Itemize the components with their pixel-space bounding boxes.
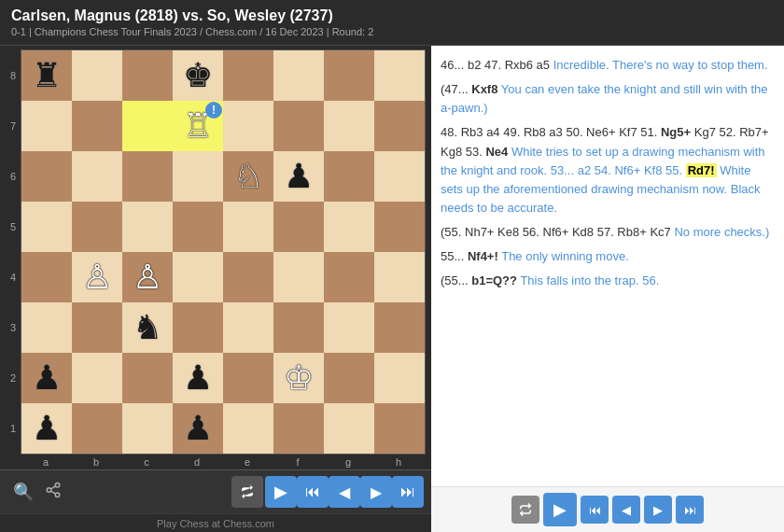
file-g: g [323, 455, 373, 469]
square-f2[interactable]: ♔ [273, 353, 324, 403]
move-line-55nf4: 55... Nf4+! The only winning move. [441, 247, 775, 266]
square-a2[interactable]: ♟ [21, 353, 72, 403]
square-b3[interactable] [72, 302, 122, 353]
square-d5[interactable] [173, 202, 223, 252]
square-e6[interactable]: ♘ [223, 151, 273, 202]
square-b5[interactable] [72, 202, 122, 252]
svg-line-3 [50, 491, 55, 494]
moves-scroll[interactable]: 46... b2 47. Rxb6 a5 Incredible. There's… [431, 46, 784, 486]
square-d6[interactable] [173, 151, 223, 202]
file-labels: a b c d e f g h [21, 455, 426, 469]
square-h5[interactable] [374, 202, 425, 252]
prev-button[interactable]: ◀ [329, 476, 360, 508]
square-b2[interactable] [72, 353, 122, 403]
rank-7: 7 [6, 101, 21, 151]
square-e8[interactable] [223, 50, 273, 101]
square-a6[interactable] [21, 151, 72, 202]
square-b7[interactable] [72, 101, 122, 151]
nav-first[interactable]: ⏮ [581, 496, 609, 524]
square-f8[interactable] [273, 50, 324, 101]
repeat-button[interactable] [231, 476, 263, 508]
square-c2[interactable] [122, 353, 173, 403]
square-c1[interactable] [122, 403, 173, 454]
svg-point-1 [47, 487, 51, 492]
svg-line-4 [50, 485, 55, 488]
square-g1[interactable] [324, 403, 374, 454]
square-h3[interactable] [374, 302, 425, 353]
rank-3: 3 [6, 302, 21, 353]
square-f1[interactable] [273, 403, 324, 454]
first-button[interactable]: ⏮ [297, 476, 329, 508]
square-f7[interactable] [273, 101, 324, 151]
nav-next[interactable]: ▶ [644, 496, 672, 524]
nav-repeat[interactable] [511, 496, 539, 524]
square-a8[interactable]: ♜ [21, 50, 72, 101]
square-h2[interactable] [374, 353, 425, 403]
square-g8[interactable] [324, 50, 374, 101]
square-e4[interactable] [223, 252, 273, 302]
piece-white-knight-e6: ♘ [233, 160, 263, 193]
square-c7[interactable] [122, 101, 173, 151]
square-d1[interactable]: ♟ [173, 403, 223, 454]
square-g5[interactable] [324, 202, 374, 252]
square-d7[interactable]: ♖ ! [173, 101, 223, 151]
share-button[interactable] [39, 480, 67, 505]
square-b8[interactable] [72, 50, 122, 101]
square-h7[interactable] [374, 101, 425, 151]
square-b4[interactable]: ♙ [72, 252, 122, 302]
square-f6[interactable]: ♟ [273, 151, 324, 202]
square-c8[interactable] [122, 50, 173, 101]
square-h8[interactable] [374, 50, 425, 101]
square-d4[interactable] [173, 252, 223, 302]
square-d8[interactable]: ♚ [173, 50, 223, 101]
square-f4[interactable] [273, 252, 324, 302]
square-h6[interactable] [374, 151, 425, 202]
file-c: c [121, 455, 172, 469]
square-g3[interactable] [324, 302, 374, 353]
square-g6[interactable] [324, 151, 374, 202]
square-a4[interactable] [21, 252, 72, 302]
next-button[interactable]: ▶ [360, 476, 392, 508]
square-g7[interactable] [324, 101, 374, 151]
nav-prev[interactable]: ◀ [612, 496, 640, 524]
nav-last[interactable]: ⏭ [676, 496, 704, 524]
square-e3[interactable] [223, 302, 273, 353]
square-e7[interactable] [223, 101, 273, 151]
square-d3[interactable] [173, 302, 223, 353]
square-a1[interactable]: ♟ [21, 403, 72, 454]
zoom-button[interactable]: 🔍 [7, 480, 39, 504]
nav-play[interactable]: ▶ [543, 493, 577, 526]
board-footer: Play Chess at Chess.com [0, 513, 431, 532]
play-button[interactable]: ▶ [265, 476, 297, 508]
square-e1[interactable] [223, 403, 273, 454]
square-d2[interactable]: ♟ [173, 353, 223, 403]
square-e2[interactable] [223, 353, 273, 403]
variation-47: (47... Kxf8 You can even take the knight… [441, 80, 775, 118]
square-b6[interactable] [72, 151, 122, 202]
chessboard[interactable]: ♜ ♚ ♖ ! [21, 49, 426, 455]
file-f: f [273, 455, 323, 469]
square-g2[interactable] [324, 353, 374, 403]
square-g4[interactable] [324, 252, 374, 302]
square-a7[interactable] [21, 101, 72, 151]
file-a: a [21, 455, 71, 469]
square-c3[interactable]: ♞ [122, 302, 173, 353]
square-f5[interactable] [273, 202, 324, 252]
piece-black-king: ♚ [183, 59, 213, 92]
square-b1[interactable] [72, 403, 122, 454]
square-c4[interactable]: ♙ [122, 252, 173, 302]
variation-55: (55. Nh7+ Ke8 56. Nf6+ Kd8 57. Rb8+ Kc7 … [441, 223, 775, 242]
square-c5[interactable] [122, 202, 173, 252]
square-c6[interactable] [122, 151, 173, 202]
rank-1: 1 [6, 403, 21, 454]
last-button[interactable]: ⏭ [392, 476, 424, 508]
square-h4[interactable] [374, 252, 425, 302]
square-e5[interactable] [223, 202, 273, 252]
board-main-row: 8 7 6 5 4 3 2 1 ♜ ♚ [6, 49, 426, 455]
square-f3[interactable] [273, 302, 324, 353]
square-a5[interactable] [21, 202, 72, 252]
main-content: 8 7 6 5 4 3 2 1 ♜ ♚ [0, 46, 784, 532]
file-b: b [71, 455, 121, 469]
square-h1[interactable] [374, 403, 425, 454]
square-a3[interactable] [21, 302, 72, 353]
